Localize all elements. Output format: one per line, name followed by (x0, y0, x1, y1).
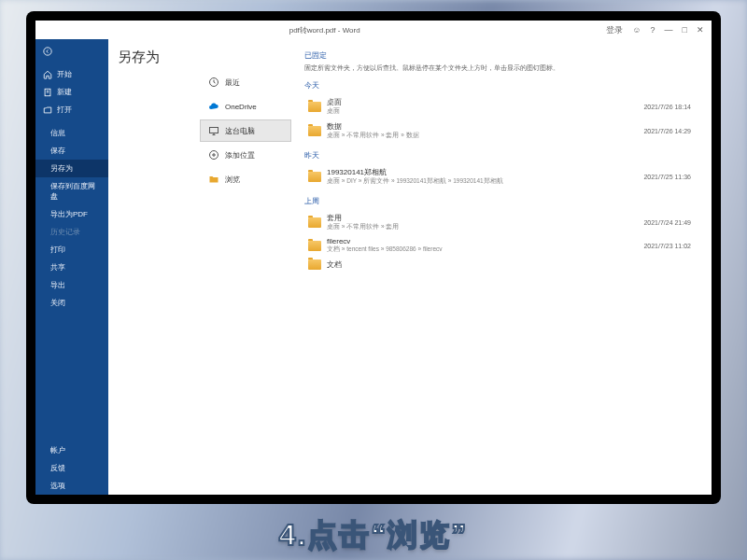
svg-point-0 (44, 48, 51, 55)
page-title: 另存为 (118, 49, 200, 66)
sidebar-开始[interactable]: 开始 (35, 65, 108, 83)
location-nav: 最近OneDrive这台电脑添加位置浏览 (200, 39, 291, 495)
folder-name: filerecv (327, 237, 638, 245)
sidebar-选项[interactable]: 选项 (35, 477, 108, 495)
folder-date: 2021/7/23 11:02 (643, 243, 691, 249)
sidebar-打印[interactable]: 打印 (35, 241, 108, 259)
folder-row[interactable]: 桌面桌面2021/7/26 18:14 (304, 94, 695, 119)
sidebar-新建[interactable]: 新建 (35, 83, 108, 101)
sidebar-另存为[interactable]: 另存为 (35, 160, 108, 177)
folder-name: 桌面 (327, 97, 638, 107)
login-link[interactable]: 登录 (606, 24, 623, 36)
face-icon[interactable]: ☺ (632, 25, 641, 35)
folder-date: 2021/7/24 21:49 (643, 219, 691, 226)
folder-path: 桌面 » 不常用软件 » 套用 » 数据 (327, 132, 638, 140)
folder-path: 桌面 (327, 107, 638, 116)
nav-最近[interactable]: 最近 (200, 71, 291, 93)
sidebar-历史记录[interactable]: 历史记录 (35, 223, 108, 241)
sidebar-保存[interactable]: 保存 (35, 142, 108, 160)
folder-name: 文档 (327, 259, 685, 270)
svg-rect-3 (210, 128, 218, 133)
sidebar-打开[interactable]: 打开 (35, 101, 108, 119)
app-window: pdf转word.pdf - Word 登录 ☺ ? — □ ✕ 开始新建打开 … (35, 21, 712, 495)
sidebar-帐户[interactable]: 帐户 (35, 441, 108, 459)
folder-icon (308, 102, 321, 112)
folder-icon (308, 126, 321, 136)
nav-OneDrive[interactable]: OneDrive (200, 95, 291, 118)
section-上周: 上周 (304, 196, 695, 206)
folder-row[interactable]: filerecv文档 » tencent files » 985806286 »… (304, 234, 695, 257)
folder-name: 套用 (327, 213, 638, 223)
title-bar: pdf转word.pdf - Word 登录 ☺ ? — □ ✕ (35, 21, 712, 39)
folder-icon (308, 259, 321, 270)
sidebar-保存到百度网盘[interactable]: 保存到百度网盘 (35, 177, 108, 205)
sidebar-关闭[interactable]: 关闭 (35, 294, 108, 312)
close-icon[interactable]: ✕ (697, 25, 704, 35)
back-button[interactable] (35, 43, 108, 60)
sidebar-共享[interactable]: 共享 (35, 259, 108, 276)
folder-date: 2021/7/26 18:14 (643, 104, 691, 110)
sidebar-反馈[interactable]: 反馈 (35, 459, 108, 477)
folder-path: 桌面 » DIY » 所需文件 » 199320141郑相航 » 1993201… (327, 177, 638, 186)
folder-path: 桌面 » 不常用软件 » 套用 (327, 223, 638, 231)
pinned-heading: 已固定 (304, 50, 695, 61)
maximize-icon[interactable]: □ (683, 25, 687, 35)
folder-icon (308, 241, 321, 251)
folder-icon (308, 217, 321, 228)
help-icon[interactable]: ? (651, 25, 655, 35)
sidebar-信息[interactable]: 信息 (35, 124, 108, 142)
backstage-sidebar: 开始新建打开 信息保存另存为保存到百度网盘导出为PDF历史记录打印共享导出关闭 … (35, 39, 108, 495)
nav-添加位置[interactable]: 添加位置 (200, 144, 291, 166)
monitor-frame: pdf转word.pdf - Word 登录 ☺ ? — □ ✕ 开始新建打开 … (26, 11, 721, 504)
section-今天: 今天 (304, 80, 695, 91)
recent-list: 已固定 固定所需文件夹，方便以后查找。鼠标悬停在某个文件夹上方时，单击显示的图钉… (291, 39, 712, 495)
folder-row[interactable]: 套用桌面 » 不常用软件 » 套用2021/7/24 21:49 (304, 210, 695, 234)
folder-path: 文档 » tencent files » 985806286 » filerec… (327, 245, 638, 254)
pinned-description: 固定所需文件夹，方便以后查找。鼠标悬停在某个文件夹上方时，单击显示的图钉图标。 (304, 63, 695, 73)
folder-row[interactable]: 文档 (304, 257, 695, 273)
document-title: pdf转word.pdf - Word (43, 25, 606, 35)
folder-date: 2021/7/25 11:36 (643, 174, 691, 180)
folder-name: 数据 (327, 121, 638, 132)
sidebar-导出为PDF[interactable]: 导出为PDF (35, 205, 108, 223)
nav-浏览[interactable]: 浏览 (200, 168, 291, 190)
minimize-icon[interactable]: — (665, 25, 673, 35)
folder-row[interactable]: 数据桌面 » 不常用软件 » 套用 » 数据2021/7/26 14:29 (304, 119, 695, 143)
nav-这台电脑[interactable]: 这台电脑 (200, 119, 291, 142)
section-昨天: 昨天 (304, 150, 695, 161)
folder-row[interactable]: 199320141郑相航桌面 » DIY » 所需文件 » 199320141郑… (304, 164, 695, 189)
folder-date: 2021/7/26 14:29 (643, 128, 691, 134)
folder-name: 199320141郑相航 (327, 167, 638, 177)
folder-icon (308, 172, 321, 182)
sidebar-导出[interactable]: 导出 (35, 276, 108, 294)
